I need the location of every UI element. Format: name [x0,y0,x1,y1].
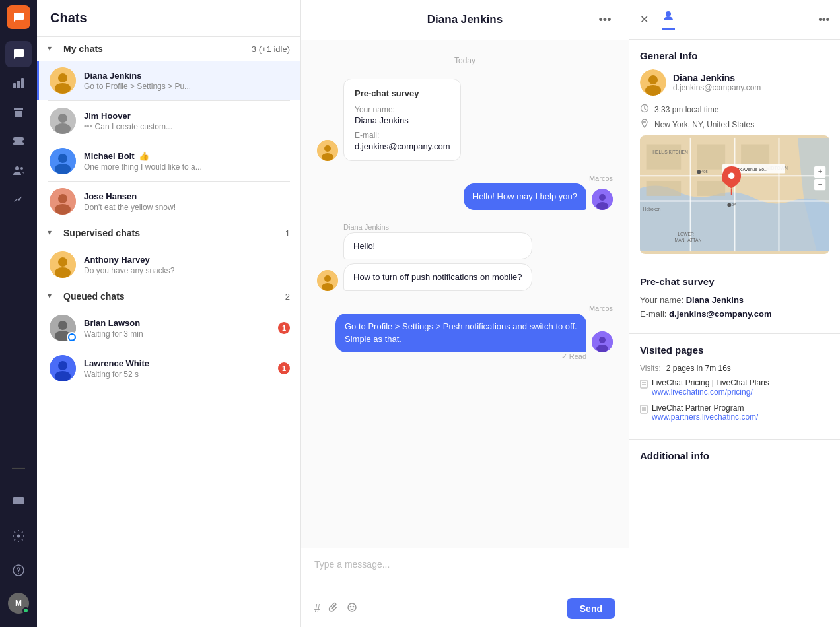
svg-point-37 [324,275,331,282]
svg-point-71 [728,173,735,180]
svg-point-4 [20,167,23,170]
brian-unread-badge: 1 [278,322,290,334]
nav-archives-icon[interactable] [5,99,32,125]
svg-rect-5 [13,497,24,504]
chat-main-title: Diana Jenkins [335,13,594,26]
nav-chats-icon[interactable] [5,41,32,67]
visits-summary-row: Visits: 2 pages in 7m 16s [640,364,829,373]
chat-item-lawrence[interactable]: Lawrence White Waiting for 52 s 1 [37,348,300,388]
chat-name-diana: Diana Jenkins [84,71,290,81]
nav-user-avatar[interactable]: M [8,593,29,614]
details-more-button[interactable]: ••• [818,14,829,26]
send-button[interactable]: Send [567,598,615,619]
nav-divider-icon: — [5,454,32,480]
nav-agents-icon[interactable] [5,157,32,183]
queued-chats-label: Queued chats [63,291,285,302]
avatar-jim [50,108,76,134]
list-item: LiveChat Pricing | LiveChat Plans www.li… [640,378,829,397]
chat-info-anthony: Anthony Harvey Do you have any snacks? [84,255,290,275]
svg-point-10 [58,73,67,82]
lawrence-unread-badge: 1 [278,362,290,374]
chat-input-area: # Send [301,548,629,627]
svg-point-38 [322,283,333,291]
location-map[interactable]: HELL'S KITCHEN MIDTOWN Hoboken LOWER MAN… [640,135,829,254]
svg-rect-77 [641,380,647,388]
supervised-chats-section-header[interactable]: ▾ Supervised chats 1 [37,221,300,245]
survey-email-label: E-mail: [355,131,450,140]
details-header: ✕ ••• [629,0,840,40]
svg-text:MANHATTAN: MANHATTAN [675,238,702,242]
chat-item-michael[interactable]: Michael Bolt 👍 One more thing I would li… [37,141,300,181]
chat-item-anthony[interactable]: Anthony Harvey Do you have any snacks? [37,245,300,284]
nav-monitor-icon[interactable] [5,488,32,515]
avatar-anthony [50,251,76,278]
general-info-section: General Info Diana Jenkins d.jenkins@com… [629,40,840,265]
list-item: LiveChat Partner Program www.partners.li… [640,403,829,422]
nav-help-icon[interactable] [5,557,32,583]
nav-add-icon[interactable] [5,420,32,446]
details-close-button[interactable]: ✕ [640,13,648,26]
hashtag-icon[interactable]: # [314,603,320,614]
svg-point-6 [17,535,20,538]
chat-info-jose: Jose Hansen Don't eat the yellow snow! [84,191,290,212]
svg-point-34 [599,194,606,201]
avatar-michael [50,148,76,174]
chat-name-brian: Brian Lawson [84,318,278,328]
msg-bubble-hello-out: Hello! How may I help you? [464,183,586,210]
avatar-jose [50,188,76,214]
svg-rect-2 [21,78,24,88]
chat-item-jose[interactable]: Jose Hansen Don't eat the yellow snow! [37,182,300,221]
svg-point-44 [353,606,353,607]
my-chats-chevron-icon: ▾ [48,44,58,54]
svg-point-48 [645,85,661,96]
page-title-1: LiveChat Pricing | LiveChat Plans [652,378,769,387]
svg-rect-58 [697,144,725,169]
chat-item-jim[interactable]: Jim Hoover ••• Can I create custom... [37,101,300,141]
page-url-2[interactable]: www.partners.livechatinc.com/ [652,412,758,422]
nav-analytics-icon[interactable] [5,186,32,213]
local-time-text: 3:33 pm local time [654,105,718,114]
page-url-1[interactable]: www.livechatinc.com/pricing/ [652,387,769,397]
svg-rect-57 [647,144,682,169]
msg-bubble-push-notif: How to turn off push notifications on mo… [343,263,532,291]
emoji-icon[interactable] [347,602,357,615]
chat-main-header: Diana Jenkins ••• [301,0,629,40]
prechat-email-label: E-mail: [640,309,666,319]
visited-pages-title: Visited pages [640,345,829,356]
msg-group-hello-in: Diana Jenkins Hello! How to turn off pus… [317,223,613,291]
prechat-survey-section: Pre-chat survey Your name: Diana Jenkins… [629,265,840,334]
avatar-brian-container [50,315,76,341]
nav-reports-icon[interactable] [5,70,32,96]
nav-tickets-icon[interactable] [5,128,32,154]
chat-info-lawrence: Lawrence White Waiting for 52 s [84,358,278,379]
message-input[interactable] [301,548,629,591]
svg-rect-61 [697,181,725,196]
messenger-badge-icon [67,332,77,343]
msg-row-hello-in: Hello! How to turn off push notification… [317,232,613,291]
page-title-2: LiveChat Partner Program [652,403,758,412]
svg-point-22 [58,257,67,267]
chat-item-diana[interactable]: Diana Jenkins Go to Profile > Settings >… [37,61,300,100]
chat-preview-brian: Waiting for 3 min [84,329,278,339]
chat-more-button[interactable]: ••• [594,9,615,30]
survey-name-value: Diana Jenkins [355,116,450,125]
avatar-lawrence [50,355,76,381]
msg-row-settings-out: Go to Profile > Settings > Push notifica… [317,314,613,352]
msg-group-settings-out: Marcos Go to Profile > Settings > Push n… [317,304,613,361]
additional-info-section: Additional info [629,440,840,480]
details-tab-person[interactable] [656,7,680,32]
queued-chats-section-header[interactable]: ▾ Queued chats 2 [37,284,300,308]
svg-point-8 [18,573,19,574]
page-info-2: LiveChat Partner Program www.partners.li… [652,403,758,422]
chat-item-brian[interactable]: Brian Lawson Waiting for 3 min 1 [37,308,300,348]
chat-preview-anthony: Do you have any snacks? [84,266,290,275]
attachment-icon[interactable] [328,602,339,615]
survey-title: Pre-chat survey [355,88,450,98]
local-time-row: 3:33 pm local time [640,104,829,115]
msg-avatar-diana [317,140,338,161]
my-chats-count: 3 (+1 idle) [252,44,290,54]
svg-point-20 [55,204,71,214]
my-chats-section-header[interactable]: ▾ My chats 3 (+1 idle) [37,37,300,61]
nav-settings-icon[interactable] [5,523,32,549]
msg-bubble-settings-out: Go to Profile > Settings > Push notifica… [335,314,586,352]
